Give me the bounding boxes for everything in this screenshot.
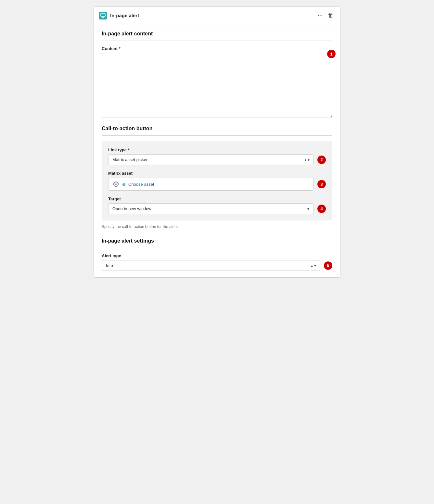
alert-icon-svg bbox=[100, 13, 106, 18]
target-badge: 4 bbox=[317, 205, 326, 213]
content-textarea[interactable] bbox=[102, 53, 332, 118]
link-type-required-star: * bbox=[128, 147, 130, 152]
cta-section: Call-to-action button Link type * Matrix… bbox=[102, 126, 332, 229]
svg-rect-0 bbox=[101, 13, 105, 17]
more-options-button[interactable]: ··· bbox=[316, 11, 324, 20]
link-type-badge: 2 bbox=[317, 156, 326, 164]
panel: In-page alert ··· 🗑 In-page alert conten… bbox=[94, 6, 340, 278]
link-type-group: Link type * Matrix asset picker External… bbox=[108, 147, 326, 165]
content-section-divider bbox=[102, 41, 332, 41]
panel-body: In-page alert content Content * 1 Call-t… bbox=[94, 24, 340, 277]
content-field-group: Content * 1 bbox=[102, 46, 332, 118]
target-label: Target bbox=[108, 196, 326, 201]
target-select-row: Open in new window Open in same window ▼… bbox=[108, 203, 326, 214]
alert-icon bbox=[99, 12, 107, 19]
alert-type-badge: 5 bbox=[324, 261, 332, 270]
target-select[interactable]: Open in new window Open in same window bbox=[108, 203, 313, 214]
content-input-wrapper: 1 bbox=[102, 53, 332, 118]
content-label: Content * bbox=[102, 46, 332, 51]
panel-header-actions: ··· 🗑 bbox=[316, 11, 335, 20]
choose-asset-button[interactable]: ⊕ Choose asset bbox=[108, 178, 313, 191]
asset-icon-svg bbox=[113, 181, 119, 187]
panel-header-left: In-page alert bbox=[99, 12, 139, 19]
content-required-star: * bbox=[119, 46, 121, 51]
target-group: Target Open in new window Open in same w… bbox=[108, 196, 326, 214]
alert-type-select-wrapper: Info Warning Error Success ▲▼ bbox=[102, 260, 320, 271]
cta-box: Link type * Matrix asset picker External… bbox=[102, 141, 332, 220]
asset-picker-icon bbox=[112, 181, 120, 188]
link-type-select-row: Matrix asset picker External URL Interna… bbox=[108, 154, 326, 165]
matrix-asset-group: Matrix asset ⊕ Choose asset bbox=[108, 171, 326, 191]
delete-button[interactable]: 🗑 bbox=[326, 11, 335, 20]
content-badge: 1 bbox=[327, 50, 336, 58]
settings-section-title: In-page alert settings bbox=[102, 238, 332, 244]
settings-section: In-page alert settings Alert type Info W… bbox=[102, 238, 332, 271]
link-type-select[interactable]: Matrix asset picker External URL Interna… bbox=[108, 154, 313, 165]
panel-header: In-page alert ··· 🗑 bbox=[94, 7, 340, 24]
alert-type-group: Alert type Info Warning Error Success ▲▼… bbox=[102, 253, 332, 271]
matrix-asset-badge: 3 bbox=[317, 180, 326, 188]
choose-asset-label-icon: ⊕ bbox=[122, 182, 126, 187]
alert-type-select-row: Info Warning Error Success ▲▼ 5 bbox=[102, 260, 332, 271]
cta-section-divider bbox=[102, 135, 332, 136]
cta-helper-text: Specify the call-to-action button for th… bbox=[102, 224, 332, 229]
content-section: In-page alert content Content * 1 bbox=[102, 31, 332, 118]
choose-asset-text: Choose asset bbox=[128, 182, 154, 187]
cta-section-title: Call-to-action button bbox=[102, 126, 332, 132]
link-type-select-wrapper: Matrix asset picker External URL Interna… bbox=[108, 154, 313, 165]
matrix-asset-select-row: ⊕ Choose asset 3 bbox=[108, 178, 326, 191]
settings-section-divider bbox=[102, 248, 332, 248]
panel-title: In-page alert bbox=[110, 13, 139, 18]
target-select-wrapper: Open in new window Open in same window ▼ bbox=[108, 203, 313, 214]
alert-type-label: Alert type bbox=[102, 253, 332, 258]
matrix-asset-label: Matrix asset bbox=[108, 171, 326, 176]
alert-type-select[interactable]: Info Warning Error Success bbox=[102, 260, 320, 271]
content-section-title: In-page alert content bbox=[102, 31, 332, 37]
link-type-label: Link type * bbox=[108, 147, 326, 152]
